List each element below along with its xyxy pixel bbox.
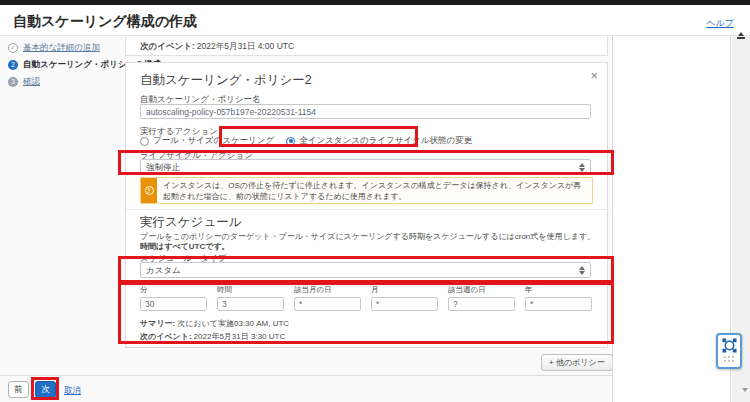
next-event-label: 次のイベント: <box>140 41 195 51</box>
step-basic-details-label: 基本的な詳細の追加 <box>23 42 100 54</box>
lifecycle-state-change-radio[interactable] <box>286 137 295 146</box>
step-done-check-icon: ✓ <box>8 43 18 53</box>
close-icon[interactable]: × <box>590 69 598 82</box>
schedule-type-value: カスタム <box>146 265 181 275</box>
schedule-next-event: 次のイベント:2022年5月31日 3:30 UTC <box>140 331 285 342</box>
selection-circle-icon <box>722 338 737 353</box>
cron-year-input[interactable] <box>525 297 592 311</box>
pool-size-scaling-radio-label[interactable]: プール・サイズのスケーリング <box>153 135 274 147</box>
cron-day-of-month-input[interactable] <box>294 297 361 311</box>
select-stepper-icon <box>579 163 585 172</box>
lifecycle-action-value: 強制停止 <box>146 162 180 172</box>
previous-policy-card-bottom: 次のイベント:2022年5月31日 4:00 UTC <box>125 36 608 56</box>
cron-hour-input[interactable] <box>217 297 284 311</box>
warning-icon: ! <box>141 178 157 203</box>
section-divider <box>126 209 609 210</box>
next-button[interactable]: 次 <box>35 381 56 398</box>
cron-hour-field: 時間 <box>217 285 284 311</box>
cron-month-field: 月 <box>371 285 438 311</box>
cron-year-field: 年 <box>525 285 592 311</box>
step-number-icon: 2 <box>8 60 18 70</box>
select-stepper-icon <box>579 266 585 275</box>
step-number-icon: 3 <box>8 77 18 87</box>
next-event-value: 2022年5月31日 4:00 UTC <box>197 41 294 51</box>
schedule-type-select[interactable]: カスタム <box>140 262 591 278</box>
previous-button[interactable]: 前 <box>8 381 29 398</box>
execution-schedule-title: 実行スケジュール <box>140 214 241 231</box>
step-review-label: 確認 <box>23 76 40 88</box>
drag-handle-dots-icon <box>724 356 734 362</box>
cancel-link[interactable]: 取消 <box>64 385 81 397</box>
warning-text: インスタンスは、OSの停止を待たずに停止されます。インスタンスの構成とデータは保… <box>157 178 592 203</box>
schedule-description-utc: 時間はすべてUTCです。 <box>140 241 230 252</box>
cron-fields-row: 分 時間 該当月の日 月 該当週の日 年 <box>140 285 592 311</box>
page-title: 自動スケーリング構成の作成 <box>13 13 197 31</box>
cron-day-of-week-input[interactable] <box>448 297 515 311</box>
capture-tool-widget[interactable] <box>716 333 742 369</box>
action-radio-group: プール・サイズのスケーリング 全インスタンスのライフサイクル状態の変更 <box>140 135 472 147</box>
help-link[interactable]: ヘルプ <box>706 17 734 30</box>
another-policy-button[interactable]: + 他のポリシー <box>541 354 613 371</box>
policy-name-input[interactable] <box>140 104 591 119</box>
cron-day-of-month-field: 該当月の日 <box>294 285 361 311</box>
scroll-top-icon[interactable] <box>736 32 745 39</box>
autoscaling-policy-card: × 自動スケーリング・ポリシー2 自動スケーリング・ポリシー名 実行するアクショ… <box>125 62 608 348</box>
schedule-summary: サマリー:次において実施03:30 AM, UTC <box>140 318 289 329</box>
cron-month-input[interactable] <box>371 297 438 311</box>
scroll-down-caret-icon[interactable] <box>742 388 748 392</box>
lifecycle-state-change-radio-label[interactable]: 全インスタンスのライフサイクル状態の変更 <box>299 135 472 147</box>
lifecycle-action-select[interactable]: 強制停止 <box>140 159 591 175</box>
right-side-panel <box>612 36 731 402</box>
warning-banner: ! インスタンスは、OSの停止を待たずに停止されます。インスタンスの構成とデータ… <box>140 177 593 204</box>
footer-divider <box>0 375 612 376</box>
create-autoscaling-configuration-page: 自動スケーリング構成の作成 ヘルプ ✓ 基本的な詳細の追加 2 自動スケーリング… <box>0 0 750 402</box>
cron-minute-field: 分 <box>140 285 207 311</box>
pool-size-scaling-radio[interactable] <box>140 137 149 146</box>
policy-card-title: 自動スケーリング・ポリシー2 <box>140 72 312 89</box>
cron-day-of-week-field: 該当週の日 <box>448 285 515 311</box>
cron-minute-input[interactable] <box>140 297 207 311</box>
page-header: 自動スケーリング構成の作成 ヘルプ <box>0 5 750 36</box>
